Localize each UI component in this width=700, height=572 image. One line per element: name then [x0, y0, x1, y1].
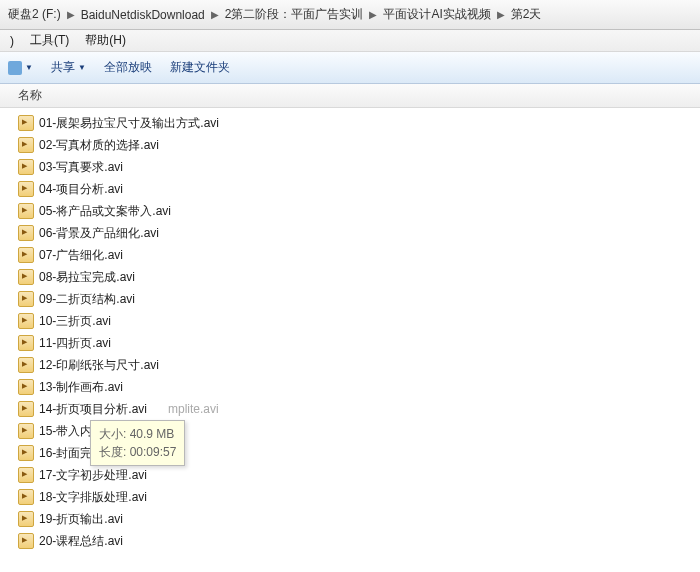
video-file-icon: [18, 313, 34, 329]
file-name: 18-文字排版处理.avi: [39, 489, 147, 506]
share-button[interactable]: 共享▼: [51, 59, 86, 76]
file-name: 20-课程总结.avi: [39, 533, 123, 550]
list-item[interactable]: 06-背景及产品细化.avi: [18, 222, 700, 244]
tooltip-length: 长度: 00:09:57: [99, 443, 176, 461]
video-file-icon: [18, 137, 34, 153]
menu-fragment: ): [2, 32, 22, 50]
list-item[interactable]: 11-四折页.avi: [18, 332, 700, 354]
file-name: 05-将产品或文案带入.avi: [39, 203, 171, 220]
file-name: 12-印刷纸张与尺寸.avi: [39, 357, 159, 374]
video-file-icon: [18, 423, 34, 439]
file-name: 01-展架易拉宝尺寸及输出方式.avi: [39, 115, 219, 132]
video-file-icon: [18, 445, 34, 461]
chevron-right-icon: ▶: [63, 9, 79, 20]
video-file-icon: [18, 159, 34, 175]
tooltip: 大小: 40.9 MB 长度: 00:09:57: [90, 420, 185, 466]
list-item[interactable]: 07-广告细化.avi: [18, 244, 700, 266]
menu-tools[interactable]: 工具(T): [22, 30, 77, 51]
file-name: 03-写真要求.avi: [39, 159, 123, 176]
file-name: 06-背景及产品细化.avi: [39, 225, 159, 242]
video-file-icon: [18, 401, 34, 417]
list-item[interactable]: 20-课程总结.avi: [18, 530, 700, 552]
list-item[interactable]: 04-项目分析.avi: [18, 178, 700, 200]
play-all-button[interactable]: 全部放映: [104, 59, 152, 76]
file-name: 19-折页输出.avi: [39, 511, 123, 528]
breadcrumb[interactable]: 硬盘2 (F:): [6, 6, 63, 23]
breadcrumb[interactable]: 2第二阶段：平面广告实训: [223, 6, 366, 23]
file-name: 10-三折页.avi: [39, 313, 111, 330]
list-item[interactable]: 12-印刷纸张与尺寸.avi: [18, 354, 700, 376]
file-name: 13-制作画布.avi: [39, 379, 123, 396]
toolbar: ▼ 共享▼ 全部放映 新建文件夹: [0, 52, 700, 84]
video-file-icon: [18, 335, 34, 351]
tooltip-size: 大小: 40.9 MB: [99, 425, 176, 443]
file-name: 17-文字初步处理.avi: [39, 467, 147, 484]
video-file-icon: [18, 115, 34, 131]
list-item[interactable]: 10-三折页.avi: [18, 310, 700, 332]
video-file-icon: [18, 357, 34, 373]
list-item[interactable]: 08-易拉宝完成.avi: [18, 266, 700, 288]
chevron-right-icon: ▶: [365, 9, 381, 20]
file-name: 11-四折页.avi: [39, 335, 111, 352]
address-bar[interactable]: 硬盘2 (F:) ▶ BaiduNetdiskDownload ▶ 2第二阶段：…: [0, 0, 700, 30]
list-item[interactable]: 14-折页项目分析.avimplite.avi: [18, 398, 700, 420]
file-name: 08-易拉宝完成.avi: [39, 269, 135, 286]
list-item[interactable]: 03-写真要求.avi: [18, 156, 700, 178]
column-name: 名称: [18, 87, 42, 104]
menu-bar: ) 工具(T) 帮助(H): [0, 30, 700, 52]
list-item[interactable]: 17-文字初步处理.avi: [18, 464, 700, 486]
breadcrumb[interactable]: 平面设计AI实战视频: [381, 6, 492, 23]
list-item[interactable]: 05-将产品或文案带入.avi: [18, 200, 700, 222]
video-file-icon: [18, 269, 34, 285]
video-file-icon: [18, 489, 34, 505]
video-file-icon: [18, 247, 34, 263]
list-item[interactable]: 02-写真材质的选择.avi: [18, 134, 700, 156]
file-name: 14-折页项目分析.avi: [39, 401, 147, 418]
file-name: 04-项目分析.avi: [39, 181, 123, 198]
video-file-icon: [18, 291, 34, 307]
list-item[interactable]: 09-二折页结构.avi: [18, 288, 700, 310]
tooltip-ghost-text: mplite.avi: [168, 402, 219, 416]
video-file-icon: [18, 225, 34, 241]
new-folder-button[interactable]: 新建文件夹: [170, 59, 230, 76]
breadcrumb[interactable]: 第2天: [509, 6, 544, 23]
file-name: 09-二折页结构.avi: [39, 291, 135, 308]
column-header[interactable]: 名称: [0, 84, 700, 108]
list-item[interactable]: 01-展架易拉宝尺寸及输出方式.avi: [18, 112, 700, 134]
chevron-right-icon: ▶: [207, 9, 223, 20]
file-list: 01-展架易拉宝尺寸及输出方式.avi02-写真材质的选择.avi03-写真要求…: [0, 108, 700, 556]
list-item[interactable]: 13-制作画布.avi: [18, 376, 700, 398]
video-file-icon: [18, 181, 34, 197]
chevron-right-icon: ▶: [493, 9, 509, 20]
list-item[interactable]: 18-文字排版处理.avi: [18, 486, 700, 508]
organize-button[interactable]: ▼: [8, 61, 33, 75]
video-file-icon: [18, 379, 34, 395]
file-name: 07-广告细化.avi: [39, 247, 123, 264]
menu-help[interactable]: 帮助(H): [77, 30, 134, 51]
video-file-icon: [18, 467, 34, 483]
video-file-icon: [18, 203, 34, 219]
file-name: 02-写真材质的选择.avi: [39, 137, 159, 154]
video-file-icon: [18, 511, 34, 527]
list-item[interactable]: 19-折页输出.avi: [18, 508, 700, 530]
breadcrumb[interactable]: BaiduNetdiskDownload: [79, 8, 207, 22]
video-file-icon: [18, 533, 34, 549]
